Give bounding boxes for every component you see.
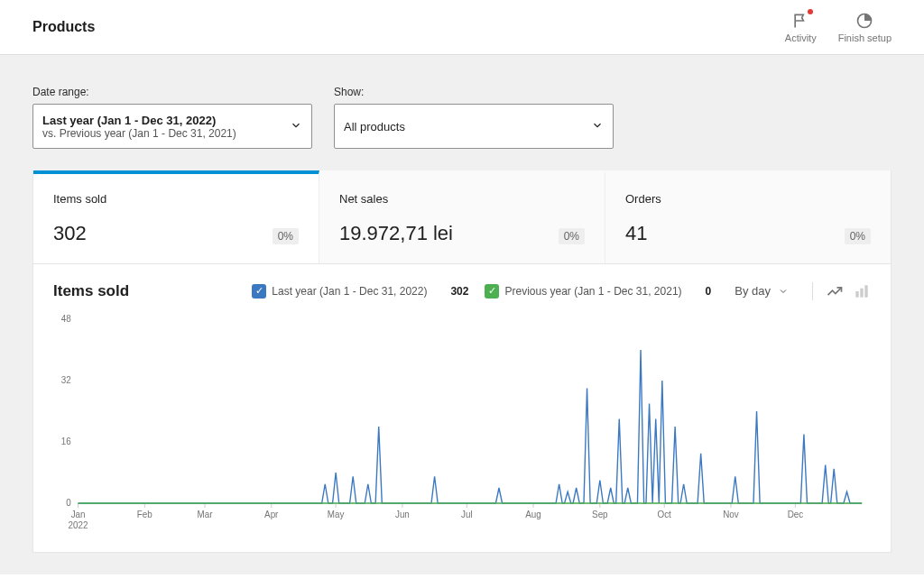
content: Date range: Last year (Jan 1 - Dec 31, 2… <box>0 55 924 574</box>
card-net-sales[interactable]: Net sales 19.972,71 lei 0% <box>319 170 605 263</box>
show-value: All products <box>344 120 405 133</box>
progress-icon <box>855 11 874 31</box>
date-range-filter: Date range: Last year (Jan 1 - Dec 31, 2… <box>32 86 312 149</box>
line-chart: 0163248JanFebMarAprMayJunJulAugSepOctNov… <box>53 314 871 530</box>
card-title: Net sales <box>339 192 585 206</box>
svg-text:Jan: Jan <box>71 510 86 519</box>
svg-text:Feb: Feb <box>137 510 152 519</box>
show-filter: Show: All products <box>334 86 614 149</box>
svg-rect-3 <box>864 285 867 297</box>
finish-setup-button[interactable]: Finish setup <box>838 11 892 43</box>
chevron-down-icon <box>591 119 604 134</box>
chart-type-icons <box>812 282 871 300</box>
svg-text:Nov: Nov <box>723 510 739 519</box>
svg-rect-1 <box>855 291 858 298</box>
svg-text:2022: 2022 <box>69 520 88 530</box>
finish-setup-label: Finish setup <box>838 32 892 43</box>
svg-rect-2 <box>860 288 863 297</box>
svg-text:Sep: Sep <box>592 510 608 519</box>
notification-dot <box>808 9 813 14</box>
flag-icon <box>790 11 810 31</box>
card-title: Items sold <box>53 192 299 206</box>
show-label: Show: <box>334 86 614 98</box>
svg-text:Dec: Dec <box>788 510 804 519</box>
chart-title: Items sold <box>53 282 129 300</box>
card-title: Orders <box>625 192 871 206</box>
legend-label: Previous year (Jan 1 - Dec 31, 2021) <box>504 285 681 298</box>
chart-header: ✓ Last year (Jan 1 - Dec 31, 2022) 302 ✓… <box>53 280 871 301</box>
legend-value: 302 <box>450 285 468 298</box>
granularity-select[interactable]: By day <box>727 280 796 301</box>
checkbox-icon: ✓ <box>252 284 266 299</box>
svg-text:May: May <box>328 510 345 519</box>
legend-value: 0 <box>706 285 712 298</box>
chart-area: 0163248JanFebMarAprMayJunJulAugSepOctNov… <box>53 314 871 530</box>
legend-last-year[interactable]: ✓ Last year (Jan 1 - Dec 31, 2022) 302 <box>252 284 468 299</box>
date-range-main: Last year (Jan 1 - Dec 31, 2022) <box>42 114 236 127</box>
legend-label: Last year (Jan 1 - Dec 31, 2022) <box>272 285 427 298</box>
show-select[interactable]: All products <box>334 104 614 149</box>
svg-text:Jun: Jun <box>395 510 410 519</box>
date-range-label: Date range: <box>32 86 312 98</box>
card-value: 302 <box>53 222 87 245</box>
card-value: 19.972,71 lei <box>339 222 453 245</box>
bar-chart-icon[interactable] <box>853 282 871 300</box>
granularity-label: By day <box>735 284 771 298</box>
svg-text:16: 16 <box>61 436 71 446</box>
svg-text:Mar: Mar <box>198 510 214 519</box>
page-title: Products <box>32 19 95 35</box>
svg-text:Apr: Apr <box>264 510 279 519</box>
card-orders[interactable]: Orders 41 0% <box>605 170 891 263</box>
metric-cards: Items sold 302 0% Net sales 19.972,71 le… <box>32 170 892 264</box>
topbar-actions: Activity Finish setup <box>785 11 892 43</box>
legend-previous-year[interactable]: ✓ Previous year (Jan 1 - Dec 31, 2021) 0 <box>485 284 711 299</box>
chevron-down-icon <box>778 286 789 297</box>
date-range-sub: vs. Previous year (Jan 1 - Dec 31, 2021) <box>42 127 236 140</box>
svg-text:Oct: Oct <box>658 510 672 519</box>
filters-row: Date range: Last year (Jan 1 - Dec 31, 2… <box>32 86 892 149</box>
card-items-sold[interactable]: Items sold 302 0% <box>33 170 319 263</box>
svg-text:0: 0 <box>66 498 71 508</box>
card-delta: 0% <box>845 228 871 244</box>
svg-text:Aug: Aug <box>525 510 541 519</box>
card-delta: 0% <box>559 228 585 244</box>
svg-text:32: 32 <box>61 375 71 385</box>
activity-label: Activity <box>785 32 817 43</box>
svg-text:48: 48 <box>61 314 71 324</box>
topbar: Products Activity Finish setup <box>0 0 924 55</box>
card-value: 41 <box>625 222 647 245</box>
checkbox-icon: ✓ <box>485 284 499 299</box>
svg-text:Jul: Jul <box>461 510 473 519</box>
card-delta: 0% <box>273 228 299 244</box>
line-chart-icon[interactable] <box>826 282 844 300</box>
date-range-select[interactable]: Last year (Jan 1 - Dec 31, 2022) vs. Pre… <box>32 104 312 149</box>
chart-panel: ✓ Last year (Jan 1 - Dec 31, 2022) 302 ✓… <box>32 264 892 553</box>
activity-button[interactable]: Activity <box>785 11 817 43</box>
chevron-down-icon <box>290 119 302 134</box>
